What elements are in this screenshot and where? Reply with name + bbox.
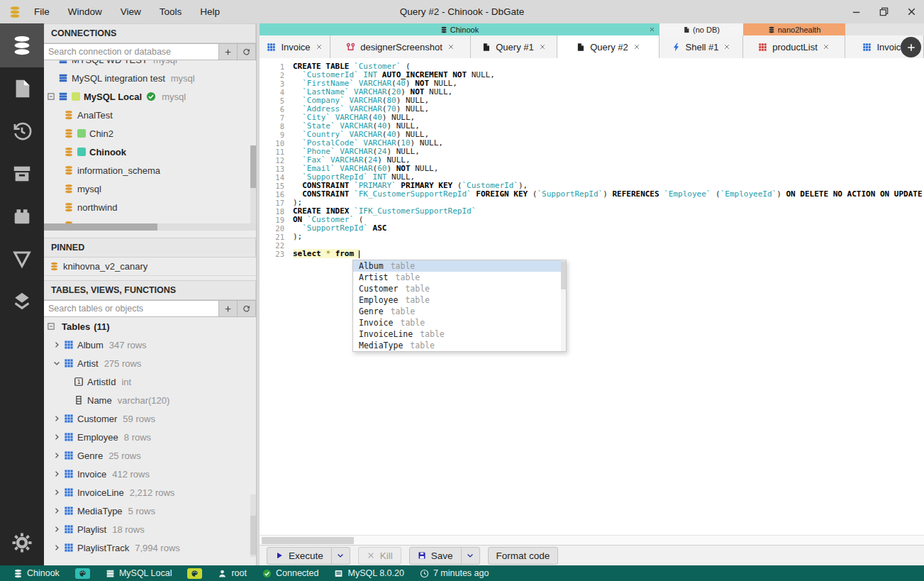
rail-item-layers[interactable] [0, 280, 44, 323]
database-item[interactable]: mysql [44, 179, 256, 198]
scrollbar-thumb[interactable] [250, 145, 256, 188]
connection-color-badge [179, 568, 210, 579]
tables-search-input[interactable] [44, 300, 219, 317]
table-item[interactable]: Employee8 rows [44, 428, 256, 446]
close-icon[interactable] [649, 26, 655, 33]
tab-designerscreenshot[interactable]: designerScreenshot [330, 35, 471, 58]
connection-item[interactable]: MySQL Localmysql [44, 87, 256, 106]
line-number: 12 [260, 156, 290, 165]
rail-item-funnel[interactable] [0, 238, 44, 280]
menu-file[interactable]: File [34, 6, 50, 17]
table-item[interactable]: Genre25 rows [44, 446, 256, 465]
execute-button[interactable]: Execute [267, 550, 331, 561]
database-item[interactable]: AnalTest [44, 106, 256, 124]
format-code-button[interactable]: Format code [488, 547, 559, 565]
menu-view[interactable]: View [121, 6, 141, 17]
database-item[interactable]: Chin2 [44, 124, 256, 143]
autocomplete-item[interactable]: InvoiceLinetable [353, 328, 566, 340]
pinned-item[interactable]: knihovna_v2_canary [44, 258, 256, 276]
database-item[interactable]: information_schema [44, 161, 256, 179]
save-button[interactable]: Save [410, 550, 461, 561]
sql-editor[interactable]: 1234567891011121314151617181920212223 CR… [260, 58, 924, 545]
column-item[interactable]: 1ArtistIdint [44, 372, 256, 391]
rail-item-archive[interactable] [0, 153, 44, 195]
database-item[interactable] [44, 216, 256, 223]
unpin-close-icon[interactable] [241, 262, 249, 270]
autocomplete-item[interactable]: Invoicetable [353, 317, 566, 328]
table-item[interactable]: MediaType5 rows [44, 502, 256, 520]
close-icon[interactable] [316, 43, 323, 50]
close-icon[interactable] [823, 43, 830, 50]
code-line: ON `Customer` ( [293, 216, 924, 224]
table-item[interactable]: PlaylistTrack7,994 rows [44, 538, 256, 557]
restore-icon[interactable] [879, 6, 889, 17]
pk-icon: 1 [74, 377, 84, 387]
item-label: Chinook [89, 147, 126, 157]
refresh-tables-button[interactable] [238, 300, 256, 317]
table-item[interactable]: Playlist18 rows [44, 520, 256, 538]
table-item[interactable]: Customer59 rows [44, 409, 256, 428]
add-connection-button[interactable] [219, 43, 238, 60]
suggestion-kind: table [410, 340, 435, 351]
close-icon[interactable] [723, 43, 730, 50]
tab-label: productList [772, 42, 818, 52]
tab-shell-1[interactable]: Shell #1 [659, 35, 743, 58]
menu-window[interactable]: Window [68, 6, 102, 17]
database-item[interactable]: northwind [44, 198, 256, 216]
database-item[interactable]: Chinook [44, 143, 256, 161]
suggestion-kind: table [405, 283, 430, 294]
close-icon[interactable] [539, 43, 546, 50]
connections-search-input[interactable] [44, 43, 219, 60]
rail-item-database[interactable] [0, 23, 44, 67]
tab-query-2[interactable]: Query #2 [557, 35, 659, 58]
column-item[interactable]: Namevarchar(120) [44, 391, 256, 409]
close-icon[interactable] [633, 43, 640, 50]
tab-query-1[interactable]: Query #1 [471, 35, 557, 58]
status-root[interactable]: root [210, 568, 255, 578]
menu-help[interactable]: Help [200, 6, 220, 17]
autocomplete-item[interactable]: Employeetable [353, 294, 566, 306]
connection-item[interactable]: MYSQL WD TESTmysql [44, 60, 256, 69]
table-item[interactable]: Artist275 rows [44, 354, 256, 372]
table-icon [64, 450, 74, 460]
scrollbar-thumb[interactable] [561, 261, 566, 289]
autocomplete-item[interactable]: Genretable [353, 306, 566, 317]
rail-item-history[interactable] [0, 110, 44, 153]
status-chinook[interactable]: Chinook [6, 568, 67, 578]
status-mysql-local[interactable]: MySQL Local [98, 568, 180, 578]
item-info: 59 rows [123, 414, 155, 424]
close-icon[interactable] [447, 43, 455, 50]
status-7-minutes-ago: 7 minutes ago [412, 568, 497, 578]
menu-tools[interactable]: Tools [160, 6, 182, 17]
close-icon[interactable] [906, 6, 917, 17]
autocomplete-item[interactable]: MediaTypetable [353, 340, 566, 351]
autocomplete-item[interactable]: Albumtable [353, 260, 566, 272]
minimize-icon[interactable] [851, 6, 862, 17]
refresh-connections-button[interactable] [238, 43, 256, 60]
new-tab-button[interactable] [901, 37, 921, 57]
tab-group-empty [845, 23, 924, 35]
execute-dropdown-button[interactable] [331, 547, 350, 565]
scrollbar-thumb[interactable] [44, 223, 157, 231]
tab-productlist[interactable]: productList [743, 35, 845, 58]
table-icon [64, 487, 74, 497]
save-dropdown-button[interactable] [461, 547, 479, 565]
settings-button[interactable] [0, 526, 44, 560]
rail-item-plugin[interactable] [0, 195, 44, 238]
rail-item-file[interactable] [0, 67, 44, 110]
table-item[interactable]: Invoice412 rows [44, 465, 256, 483]
connection-item[interactable]: MySQL integration testmysql [44, 69, 256, 87]
scrollbar-thumb[interactable] [262, 537, 354, 544]
tables-group-row[interactable]: Tables(11) [44, 317, 256, 336]
minus-box-icon [47, 92, 55, 101]
autocomplete-item[interactable]: Customertable [353, 283, 566, 294]
scrollbar-thumb[interactable] [250, 516, 256, 555]
add-table-button[interactable] [219, 300, 238, 317]
table-item[interactable]: InvoiceLine2,212 rows [44, 483, 256, 502]
autocomplete-item[interactable]: Artisttable [353, 272, 566, 283]
connections-scrollbar [250, 145, 256, 223]
table-item[interactable]: Album347 rows [44, 336, 256, 354]
line-number: 13 [260, 165, 290, 173]
tab-invoice[interactable]: Invoice [260, 35, 330, 58]
main-area: Chinook(no DB)nano2health Invoicedesigne… [257, 23, 924, 565]
